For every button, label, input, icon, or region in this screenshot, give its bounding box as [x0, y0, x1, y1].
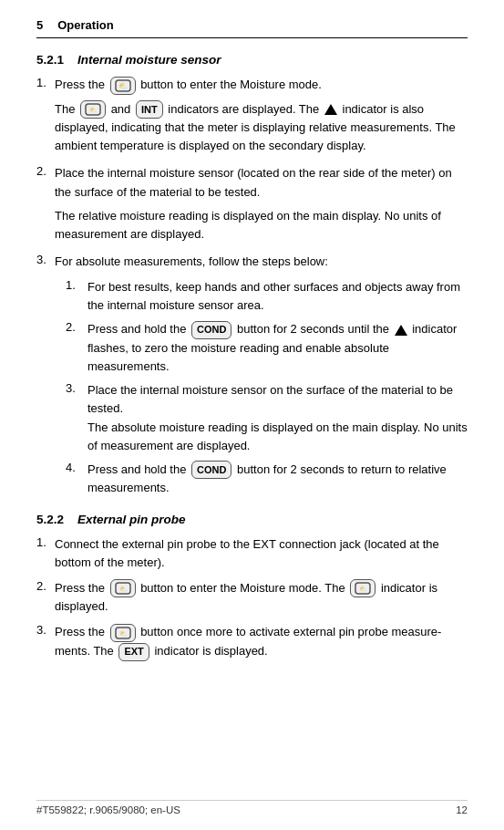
s522-item-1-content: Connect the external pin probe to the EX…: [55, 535, 468, 572]
section-521-title: 5.2.1 Internal moisture sensor: [36, 53, 468, 67]
svg-text:⛅: ⛅: [118, 585, 127, 593]
section-521-label: Internal moisture sensor: [77, 53, 221, 67]
int-indicator: INT: [136, 100, 163, 119]
footer-ref: #T559822; r.9065/9080; en-US: [36, 804, 180, 815]
svg-text:⛅: ⛅: [89, 106, 98, 114]
cond-button-1: COND: [191, 321, 231, 339]
section522-item-2: 2. Press the ⛅ button to enter the Moist…: [36, 579, 468, 617]
item-2-num: 2.: [36, 164, 55, 178]
svg-text:⛅: ⛅: [118, 629, 127, 638]
section-522-number: 5.2.2: [36, 513, 64, 526]
item-3-content: For absolute measurements, follow the st…: [55, 253, 328, 271]
chapter-number: 5: [36, 18, 43, 32]
sub-item-1-num: 1.: [66, 278, 87, 292]
section-521-number: 5.2.1: [36, 53, 64, 67]
sub-list-item-1: 1. For best results, keep hands and othe…: [66, 278, 468, 315]
cond-button-2: COND: [191, 461, 231, 479]
chapter-header: 5 Operation: [36, 18, 468, 32]
moisture-indicator-small: ⛅: [80, 100, 106, 119]
sub-item-3-content: Place the internal moisture sensor on th…: [87, 381, 468, 455]
item-1-num: 1.: [36, 76, 55, 89]
triangle-indicator-1: [324, 104, 337, 115]
moisture-button-2: ⛅: [110, 579, 136, 597]
sub-list-item-3: 3. Place the internal moisture sensor on…: [66, 381, 468, 455]
sub-list-item-2: 2. Press and hold the COND button for 2 …: [66, 320, 468, 376]
moisture-button-icon: ⛅: [110, 77, 136, 95]
section-521: 5.2.1 Internal moisture sensor 1. Press …: [36, 53, 468, 498]
item-1-content: Press the ⛅ button to enter the Moisture…: [55, 76, 322, 95]
s522-item-2-content: Press the ⛅ button to enter the Moisture…: [55, 579, 468, 617]
moisture-button-3: ⛅: [110, 624, 136, 642]
sub-item-2-content: Press and hold the COND button for 2 sec…: [87, 320, 468, 376]
footer-page: 12: [456, 804, 468, 815]
sub-item-4-num: 4.: [66, 461, 87, 474]
sub-item-2-num: 2.: [66, 320, 87, 334]
s522-item-3-content: Press the ⛅ button once more to activate…: [55, 623, 468, 660]
s522-item-3-num: 3.: [36, 623, 55, 637]
svg-text:⛅: ⛅: [359, 585, 367, 593]
svg-text:⛅: ⛅: [118, 81, 128, 90]
list-item-3: 3. For absolute measurements, follow the…: [36, 253, 468, 271]
section-522: 5.2.2 External pin probe 1. Connect the …: [36, 513, 468, 661]
sub-list-item-4: 4. Press and hold the COND button for 2 …: [66, 461, 468, 498]
sub-item-1-content: For best results, keep hands and other s…: [87, 278, 468, 315]
header-divider: [36, 37, 468, 38]
triangle-indicator-2: [395, 325, 407, 336]
section-522-label: External pin probe: [77, 513, 186, 526]
sub-item-3-num: 3.: [66, 381, 87, 395]
item-2-indent: The relative moisture reading is display…: [55, 207, 468, 244]
and-text: and: [111, 102, 134, 116]
section-522-title: 5.2.2 External pin probe: [36, 513, 468, 526]
chapter-title: Operation: [57, 18, 113, 32]
item-2-content: Place the internal moisture sensor (loca…: [55, 164, 468, 201]
item-1-indent: The ⛅ and INT indicators are displayed. …: [55, 100, 468, 156]
item-3-num: 3.: [36, 253, 55, 266]
section522-item-1: 1. Connect the external pin probe to the…: [36, 535, 468, 572]
ext-indicator: EXT: [118, 643, 149, 661]
sub-items-container: 1. For best results, keep hands and othe…: [66, 278, 468, 497]
list-item-2: 2. Place the internal moisture sensor (l…: [36, 164, 468, 201]
list-item-1: 1. Press the ⛅ button to enter the Moist…: [36, 76, 468, 95]
s522-item-1-num: 1.: [36, 535, 55, 549]
page-footer: #T559822; r.9065/9080; en-US 12: [36, 800, 468, 815]
section522-item-3: 3. Press the ⛅ button once more to activ…: [36, 623, 468, 660]
sub-item-4-content: Press and hold the COND button for 2 sec…: [87, 461, 468, 498]
moisture-indicator-2: ⛅: [350, 579, 375, 597]
s522-item-2-num: 2.: [36, 579, 55, 593]
